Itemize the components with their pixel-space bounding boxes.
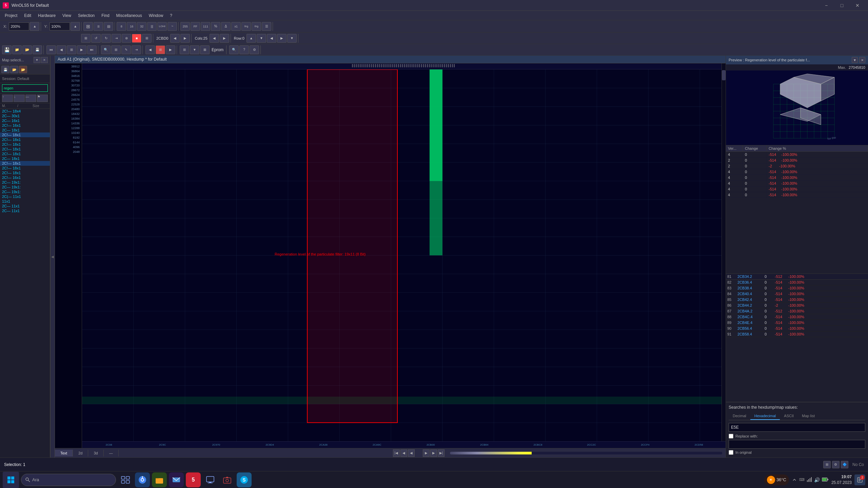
search-tool4[interactable]: ⇥	[132, 45, 141, 54]
cols-left[interactable]: ◀	[210, 34, 219, 43]
percent-btn[interactable]: %	[211, 22, 220, 31]
tab-sep[interactable]: —	[104, 450, 119, 456]
view-btn-3[interactable]: ▤	[104, 22, 113, 31]
cols-right[interactable]: ▶	[220, 34, 229, 43]
tab-2d[interactable]: 2d	[73, 450, 88, 456]
bot-last[interactable]: ▶|	[438, 449, 445, 457]
bot-prev2[interactable]: ◀	[408, 449, 415, 457]
search-input[interactable]	[729, 423, 865, 432]
list-item[interactable]: 2C(— 11x1	[0, 194, 50, 199]
first-btn[interactable]: ⏮	[46, 45, 56, 54]
x-zoom-up[interactable]: ▲	[30, 22, 39, 31]
addr-right[interactable]: ▶	[180, 34, 190, 43]
lohihi[interactable]: LOHI	[157, 22, 167, 31]
sb-open2[interactable]: 📂	[19, 66, 27, 73]
y-zoom-up[interactable]: ▲	[71, 22, 80, 31]
menu-help[interactable]: ?	[166, 12, 176, 19]
status-icon-3[interactable]: 🔷	[841, 461, 848, 468]
val-255[interactable]: 255	[180, 22, 190, 31]
tab-decimal[interactable]: Decimal	[729, 412, 750, 420]
view-btn-1[interactable]: ⊞	[83, 22, 93, 31]
menu-view[interactable]: View	[59, 12, 75, 19]
sort-up[interactable]: ↑	[2, 95, 13, 102]
list-item[interactable]: 2C!— 18x1	[0, 137, 50, 142]
sb-open[interactable]: 📂	[10, 66, 18, 73]
next-btn[interactable]: ▶	[77, 45, 86, 54]
taskbar-skype[interactable]: S	[237, 472, 252, 487]
eprom-2[interactable]: ▼	[190, 45, 199, 54]
bit-8[interactable]: 8	[117, 22, 126, 31]
in-original-checkbox[interactable]	[729, 450, 733, 455]
vis-scrollbar[interactable]	[722, 63, 726, 441]
eprom-1[interactable]: ⊞	[180, 45, 189, 54]
list-item[interactable]: 2C— 19x1:	[0, 180, 50, 185]
nav-btn-6[interactable]: ■	[132, 34, 141, 43]
list-item[interactable]: 2C— 18x1	[0, 156, 50, 161]
collapse-handle[interactable]: ◀	[50, 56, 55, 458]
taskbar-explorer[interactable]	[203, 472, 218, 487]
bot-prev[interactable]: ◀	[400, 449, 407, 457]
list-item[interactable]: 2C— 11x1	[0, 204, 50, 208]
right-arrow[interactable]: ▶	[166, 45, 175, 54]
list-item[interactable]: 2C!— 18x1	[0, 151, 50, 156]
list-item[interactable]: 2C— 19x1:	[0, 185, 50, 189]
start-button[interactable]	[3, 472, 19, 488]
menu-selection[interactable]: Selection	[75, 12, 98, 19]
taskbar-files[interactable]	[152, 472, 167, 487]
eprom-3[interactable]: ⊠	[200, 45, 210, 54]
maximize-button[interactable]: □	[834, 0, 850, 11]
extra-2[interactable]: ?	[239, 45, 249, 54]
sort-down[interactable]: ↓	[14, 95, 24, 102]
row-prev[interactable]: ◀	[267, 34, 276, 43]
nav-btn-5[interactable]: ⊛	[122, 34, 131, 43]
tool-save[interactable]: 💾	[2, 45, 12, 54]
map-view[interactable]: ⊞	[156, 45, 165, 54]
tool-folder2[interactable]: 📂	[22, 45, 32, 54]
row-down[interactable]: ▼	[257, 34, 266, 43]
tab-hexadecimal[interactable]: Hexadecimal	[750, 412, 780, 420]
menu-project[interactable]: Project	[1, 12, 21, 19]
tool-folder[interactable]: 📁	[12, 45, 22, 54]
menu-edit[interactable]: Edit	[21, 12, 35, 19]
grid-btn[interactable]: ⊞	[67, 45, 76, 54]
filter-input[interactable]	[2, 84, 48, 92]
list-item[interactable]: 2C!— 18x1	[0, 133, 50, 137]
taskbar-taskview[interactable]	[118, 472, 133, 487]
y-zoom-input[interactable]	[50, 22, 70, 30]
x-zoom-input[interactable]	[9, 22, 29, 30]
list-item[interactable]: 2C!— 18x1	[0, 170, 50, 175]
list-item[interactable]: 2C!— 18x4	[0, 109, 50, 114]
list-item[interactable]: 11x1	[0, 199, 50, 204]
taskbar-browser[interactable]	[135, 472, 150, 487]
extra-3[interactable]: ⚙	[250, 45, 259, 54]
taskbar-search[interactable]: Ara	[21, 474, 116, 486]
search-tool3[interactable]: ✎	[121, 45, 131, 54]
extra-1[interactable]: 🔍	[229, 45, 239, 54]
list-item[interactable]: 2C— 18x1	[0, 128, 50, 133]
menu-window[interactable]: Window	[145, 12, 167, 19]
list-item[interactable]: 2C!— 18x1	[0, 147, 50, 151]
menu-find[interactable]: Find	[98, 12, 113, 19]
preview-expand[interactable]: ▼	[852, 57, 858, 63]
bit-16[interactable]: 16	[127, 22, 136, 31]
list-item[interactable]: 2C!— 16x1	[0, 175, 50, 180]
wave-btn[interactable]: ~	[167, 22, 177, 31]
minimize-button[interactable]: −	[818, 0, 834, 11]
tool-save2[interactable]: 💾	[33, 45, 42, 54]
org2-btn[interactable]: 0rg	[252, 22, 261, 31]
addr-left[interactable]: ◀	[170, 34, 180, 43]
last-btn[interactable]: ⏭	[87, 45, 97, 54]
sidebar-collapse[interactable]: ▼	[34, 57, 40, 63]
taskbar-camera[interactable]	[220, 472, 235, 487]
nav-btn-2[interactable]: ↺	[91, 34, 101, 43]
sidebar-close[interactable]: ✕	[41, 57, 48, 63]
row-next[interactable]: ▶	[277, 34, 287, 43]
row-up[interactable]: ▲	[246, 34, 256, 43]
val-111[interactable]: 111	[201, 22, 210, 31]
replace-input[interactable]	[729, 440, 865, 449]
x1-btn[interactable]: x1	[231, 22, 241, 31]
bit-32[interactable]: 32	[137, 22, 146, 31]
sort-ruler[interactable]: —	[25, 95, 36, 102]
search-tool[interactable]: 🔍	[101, 45, 111, 54]
list-item[interactable]: 2C— 19x1:	[0, 189, 50, 194]
